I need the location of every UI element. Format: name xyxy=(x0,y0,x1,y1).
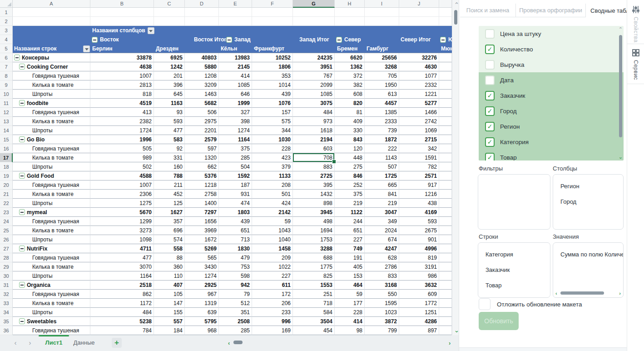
cell[interactable]: 2786 xyxy=(365,262,399,271)
cell[interactable]: 1242 xyxy=(154,62,185,71)
row-header-16[interactable]: 16 xyxy=(0,144,13,153)
values-area-box[interactable]: Сумма по полю Количество ‹ › xyxy=(553,242,624,298)
cell[interactable] xyxy=(252,8,293,17)
cell[interactable]: 285 xyxy=(219,326,252,335)
cell[interactable]: 862 xyxy=(90,290,154,299)
cell[interactable]: 506 xyxy=(185,108,219,117)
cell[interactable]: 125 xyxy=(154,199,185,208)
cell[interactable] xyxy=(335,17,365,26)
cell[interactable]: 5277 xyxy=(399,99,439,108)
row-header-30[interactable]: 30 xyxy=(0,271,13,281)
cell[interactable]: 3504 xyxy=(293,317,335,326)
cell[interactable]: 565 xyxy=(185,253,219,262)
cell[interactable]: 1553 xyxy=(293,281,335,290)
cell[interactable]: 753 xyxy=(219,262,252,271)
row-header-4[interactable]: 4 xyxy=(0,35,13,44)
row-header-26[interactable]: 26 xyxy=(0,235,13,244)
cell[interactable]: 1618 xyxy=(293,126,335,135)
collapse-icon[interactable] xyxy=(19,64,25,70)
sheet-prev-icon[interactable]: ‹ xyxy=(12,339,19,346)
cell[interactable]: 5682 xyxy=(185,99,219,108)
hscroll-right-icon[interactable]: › xyxy=(449,340,451,346)
cell[interactable]: 219 xyxy=(365,199,399,208)
cell[interactable]: 4247 xyxy=(365,244,399,253)
column-header-F[interactable]: F xyxy=(252,0,293,8)
cell[interactable]: 646 xyxy=(219,90,252,99)
cell[interactable] xyxy=(439,71,452,80)
cell[interactable] xyxy=(439,226,452,235)
pivot-row-label[interactable]: Шпроты xyxy=(13,199,90,208)
pivot-row-label[interactable]: Organica xyxy=(13,281,90,290)
field-item-1[interactable]: ✓Количество xyxy=(479,41,624,57)
cell[interactable]: 917 xyxy=(399,181,439,190)
cell[interactable]: 349 xyxy=(365,217,399,226)
cell[interactable]: 1208 xyxy=(185,71,219,80)
collapse-icon[interactable] xyxy=(19,246,25,251)
cell[interactable]: 477 xyxy=(90,253,154,262)
row-header-8[interactable]: 8 xyxy=(0,71,13,80)
cell[interactable]: 1385 xyxy=(365,108,399,117)
cell[interactable]: 1043 xyxy=(252,226,293,235)
cell[interactable]: 3951 xyxy=(293,62,335,71)
cell[interactable]: 464 xyxy=(335,281,365,290)
cell[interactable]: 986 xyxy=(399,271,439,281)
cell[interactable]: 846 xyxy=(335,171,365,181)
cell[interactable]: 505 xyxy=(90,144,154,153)
cell[interactable]: 454 xyxy=(293,326,335,335)
cell[interactable]: 1458 xyxy=(252,244,293,253)
cell[interactable]: 819 xyxy=(399,253,439,262)
cell[interactable] xyxy=(13,17,90,26)
cell[interactable]: 206 xyxy=(252,299,293,308)
cell[interactable]: 351 xyxy=(219,308,252,317)
cell[interactable]: 1591 xyxy=(399,153,439,162)
row-header-13[interactable]: 13 xyxy=(0,117,13,126)
cell[interactable]: 1627 xyxy=(154,208,185,217)
cell[interactable] xyxy=(365,8,399,17)
cell[interactable]: 1023 xyxy=(365,308,399,317)
cell[interactable]: 603 xyxy=(293,144,335,153)
cell[interactable]: 59 xyxy=(335,290,365,299)
cell[interactable]: 1320 xyxy=(185,153,219,162)
field-item-4[interactable]: ✓Заказчик xyxy=(479,88,624,103)
row-header-2[interactable]: 2 xyxy=(0,17,13,26)
row-header-3[interactable]: 3 xyxy=(0,26,13,35)
cell[interactable] xyxy=(439,317,452,326)
cell[interactable]: 665 xyxy=(365,181,399,190)
row-header-11[interactable]: 11 xyxy=(0,99,13,108)
cell[interactable]: 191 xyxy=(335,253,365,262)
cell[interactable]: 3273 xyxy=(90,226,154,235)
cell[interactable]: 424 xyxy=(252,199,293,208)
row-header-7[interactable]: 7 xyxy=(0,62,13,71)
cell[interactable] xyxy=(439,299,452,308)
cell[interactable] xyxy=(439,190,452,199)
cell[interactable]: 40803 xyxy=(185,53,219,62)
cell[interactable]: 2813 xyxy=(90,80,154,90)
cell[interactable]: 398 xyxy=(219,117,252,126)
cell[interactable]: 1775 xyxy=(293,262,335,271)
pivot-row-label[interactable]: Говядина тушеная xyxy=(13,181,90,190)
cell[interactable]: 1007 xyxy=(90,71,154,80)
cell[interactable]: 407 xyxy=(154,281,185,290)
cell[interactable]: 898 xyxy=(293,199,335,208)
pivot-row-label[interactable]: Шпроты xyxy=(13,126,90,135)
cell[interactable]: 1085 xyxy=(219,80,252,90)
cell[interactable]: 5238 xyxy=(90,317,154,326)
cell[interactable] xyxy=(439,135,452,144)
pivot-row-label[interactable]: Килька в томате xyxy=(13,262,90,271)
row-header-25[interactable]: 25 xyxy=(0,226,13,235)
cell[interactable]: 2675 xyxy=(399,226,439,235)
cell[interactable]: 942 xyxy=(219,281,252,290)
cell[interactable]: 1996 xyxy=(90,135,154,144)
cell[interactable]: 841 xyxy=(365,190,399,199)
sheet-tab-list1[interactable]: Лист1 xyxy=(39,339,69,346)
cell[interactable]: 2518 xyxy=(90,281,154,290)
cell[interactable]: 1753 xyxy=(293,235,335,244)
collapse-icon[interactable] xyxy=(19,318,25,324)
cell[interactable] xyxy=(439,53,452,62)
cell[interactable]: 651 xyxy=(219,226,252,235)
pivot-row-label[interactable]: mymeal xyxy=(13,208,90,217)
cell[interactable]: 4630 xyxy=(399,62,439,71)
defer-checkbox[interactable] xyxy=(479,298,490,310)
cell[interactable] xyxy=(13,8,90,17)
area-field-chip[interactable]: Город xyxy=(553,194,623,209)
